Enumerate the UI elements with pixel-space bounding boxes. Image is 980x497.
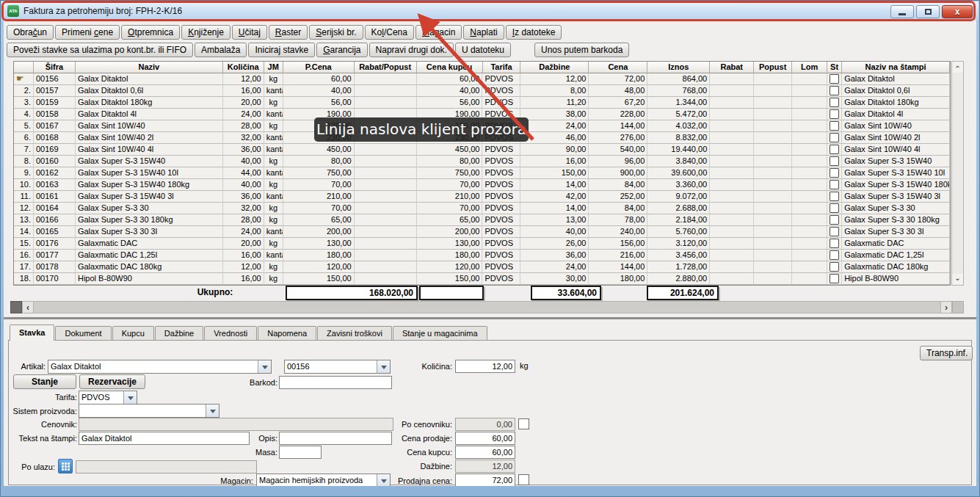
column-header-rabat[interactable]: Rabat xyxy=(710,62,754,73)
st-checkbox[interactable] xyxy=(830,274,839,283)
st-checkbox[interactable] xyxy=(830,203,839,213)
tab-dokument[interactable]: Dokument xyxy=(55,326,111,341)
restore-button[interactable] xyxy=(916,5,940,18)
column-header-n[interactable] xyxy=(14,62,34,73)
scrollbar-handle[interactable] xyxy=(10,301,22,313)
table-row[interactable]: 3.00159Galax Ditaktol 180kg20,00kg56,005… xyxy=(14,97,950,109)
toolbar-button-u-itaj[interactable]: Učitaj xyxy=(232,25,267,40)
sistem-proizvoda-arrow-icon[interactable] xyxy=(206,405,219,417)
masa-input[interactable] xyxy=(279,446,322,459)
rezervacije-button[interactable]: Rezervacije xyxy=(79,374,145,389)
column-header-rabat-popust[interactable]: Rabat/Popust xyxy=(355,62,417,73)
scrollbar-track[interactable] xyxy=(34,301,940,313)
toolbar-button-ambala-a[interactable]: Ambalaža xyxy=(195,43,247,57)
sistem-proizvoda-combo[interactable] xyxy=(79,404,219,418)
toolbar-button-kol-cena[interactable]: Kol/Cena xyxy=(365,25,414,40)
toolbar-button-magacin[interactable]: Magacin xyxy=(415,25,462,40)
column-header-st[interactable]: St xyxy=(827,62,842,73)
minimize-button[interactable] xyxy=(890,5,914,18)
st-checkbox[interactable] xyxy=(830,192,839,201)
table-row[interactable]: 7.00169Galax Sint 10W/40 4l36,00kanta450… xyxy=(14,144,950,156)
title-bar[interactable]: ATA Faktura za petrohemiju broj: FPH-2-K… xyxy=(1,1,979,21)
column-header-koli-ina[interactable]: Količina xyxy=(223,62,264,73)
st-checkbox[interactable] xyxy=(830,109,839,119)
toolbar-button-napravi-drugi-dok[interactable]: Napravi drugi dok. xyxy=(369,43,454,57)
toolbar-button-pove-i-stavke-sa-ulazima-po-kont-br-ili-fifo[interactable]: Poveži stavke sa ulazima po kont.br. ili… xyxy=(7,43,193,57)
artikal-combo[interactable]: Galax Ditaktol xyxy=(48,360,272,374)
prodajna-cena-input[interactable] xyxy=(455,474,515,486)
close-button[interactable]: x xyxy=(942,5,973,18)
tarifa-combo[interactable]: PDVOS xyxy=(79,391,137,405)
column-header-jm[interactable]: JM xyxy=(264,62,283,73)
st-checkbox[interactable] xyxy=(830,215,839,225)
st-checkbox[interactable] xyxy=(830,98,839,107)
column-header-popust[interactable]: Popust xyxy=(754,62,792,73)
table-row[interactable]: 16.00177Galaxmatic DAC 1,25l16,00kanta18… xyxy=(14,250,950,261)
toolbar-button-garancija[interactable]: Garancija xyxy=(316,43,367,57)
toolbar-button-raster[interactable]: Raster xyxy=(269,25,308,40)
toolbar-button-iniciraj-stavke[interactable]: Iniciraj stavke xyxy=(248,43,315,57)
po-cenovniku-checkbox[interactable] xyxy=(518,418,529,429)
column-header-naziv-na-tampi[interactable]: Naziv na štampi xyxy=(842,62,950,73)
column-header-tarifa[interactable]: Tarifa xyxy=(483,62,521,73)
toolbar-button-serijski-br[interactable]: Serijski br. xyxy=(309,25,363,40)
prodajna-cena-checkbox[interactable] xyxy=(518,474,529,485)
toolbar-button-naplati[interactable]: Naplati xyxy=(463,25,504,40)
horizontal-scrollbar[interactable]: ‹ › xyxy=(10,301,964,313)
tab-da-bine[interactable]: Dažbine xyxy=(155,326,203,341)
table-row[interactable]: 18.00170Hipol B-80W9016,00kg150,00150,00… xyxy=(14,273,950,285)
vertical-scrollbar[interactable] xyxy=(951,61,964,286)
st-checkbox[interactable] xyxy=(830,227,839,236)
st-checkbox[interactable] xyxy=(830,145,839,154)
st-checkbox[interactable] xyxy=(830,180,839,189)
tab-kupcu[interactable]: Kupcu xyxy=(112,326,154,341)
column-header-naziv[interactable]: Naziv xyxy=(76,62,223,73)
transp-inf-button[interactable]: Transp.inf. xyxy=(920,346,973,360)
st-checkbox[interactable] xyxy=(830,74,839,84)
cena-kupcu-input[interactable] xyxy=(455,446,515,459)
toolbar-button-knji-enje[interactable]: Knjiženje xyxy=(181,25,231,40)
st-checkbox[interactable] xyxy=(830,121,839,131)
table-row[interactable]: 00156Galax Ditaktol12,00kg60,0060,00PDVO… xyxy=(14,73,950,85)
toolbar-button-primeni-cene[interactable]: Primeni cene xyxy=(55,25,120,40)
toolbar-button-iz-datoteke[interactable]: Iz datoteke xyxy=(506,25,562,40)
column-header-da-bine[interactable]: Dažbine xyxy=(520,62,589,73)
column-header-cena[interactable]: Cena xyxy=(589,62,647,73)
scroll-up-icon[interactable] xyxy=(952,62,963,73)
tab-napomena[interactable]: Napomena xyxy=(258,326,316,341)
tarifa-combo-arrow-icon[interactable] xyxy=(123,391,137,404)
toolbar-button-u-datoteku[interactable]: U datoteku xyxy=(455,43,511,57)
table-row[interactable]: 9.00162Galax Super S-3 15W40 10l44,00kan… xyxy=(14,167,950,179)
table-row[interactable]: 2.00157Galax Ditaktol 0,6l16,00kanta40,0… xyxy=(14,85,950,97)
column-header-cena-kupcu[interactable]: Cena kupcu xyxy=(417,62,483,73)
st-checkbox[interactable] xyxy=(830,168,839,178)
stanje-button[interactable]: Stanje xyxy=(13,374,76,389)
tab-zavisni-tro-kovi[interactable]: Zavisni troškovi xyxy=(317,326,392,341)
table-row[interactable]: 14.00165Galax Super S-3 30 3l24,00kanta2… xyxy=(14,226,950,238)
tab-stanje-u-magacinima[interactable]: Stanje u magacinima xyxy=(393,326,487,341)
splitter[interactable] xyxy=(4,317,976,319)
tab-vrednosti[interactable]: Vrednosti xyxy=(204,326,257,341)
table-row[interactable]: 8.00160Galax Super S-3 15W4040,00kg80,00… xyxy=(14,156,950,167)
table-row[interactable]: 10.00163Galax Super S-3 15W40 180kg40,00… xyxy=(14,179,950,191)
table-row[interactable]: 13.00166Galax Super S-3 30 180kg28,00kg6… xyxy=(14,214,950,226)
st-checkbox[interactable] xyxy=(830,86,839,95)
scroll-down-icon[interactable] xyxy=(952,274,963,285)
column-header-ifra[interactable]: Šifra xyxy=(34,62,76,73)
table-row[interactable]: 15.00176Galaxmatic DAC20,00kg130,00130,0… xyxy=(14,238,950,250)
column-header-p-cena[interactable]: P.Cena xyxy=(283,62,355,73)
kolicina-input[interactable] xyxy=(455,360,515,373)
scroll-left-icon[interactable]: ‹ xyxy=(22,301,34,313)
column-header-lom[interactable]: Lom xyxy=(792,62,827,73)
st-checkbox[interactable] xyxy=(830,250,839,260)
cena-prodaje-input[interactable] xyxy=(455,432,515,445)
st-checkbox[interactable] xyxy=(830,262,839,272)
tab-stavka[interactable]: Stavka xyxy=(10,324,54,341)
toolbar-button-obra-un[interactable]: Obračun xyxy=(7,25,54,40)
barkod-input[interactable] xyxy=(279,376,392,389)
po-ulazu-grid-button[interactable] xyxy=(58,459,73,474)
scroll-right-icon[interactable]: › xyxy=(940,301,952,313)
toolbar-button-otpremnica[interactable]: Otpremnica xyxy=(121,25,180,40)
st-checkbox[interactable] xyxy=(830,156,839,166)
st-checkbox[interactable] xyxy=(830,133,839,142)
